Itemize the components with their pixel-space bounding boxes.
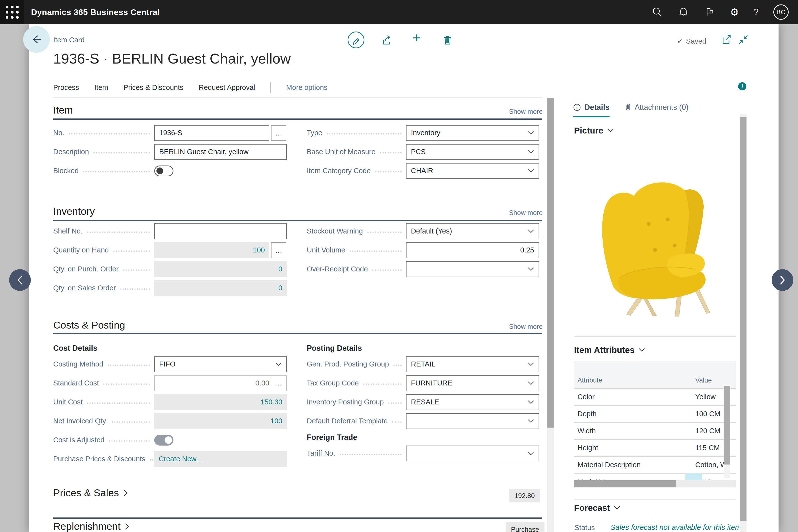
share-icon[interactable]	[381, 34, 392, 45]
action-menu: Process Item Prices & Discounts Request …	[53, 81, 327, 94]
show-more-costs[interactable]: Show more	[509, 323, 543, 330]
delete-trash-icon[interactable]	[442, 34, 453, 45]
new-plus-icon[interactable]: +	[413, 31, 421, 45]
field-row-base-uom: Base Unit of Measure PCS	[307, 142, 539, 161]
section-rule	[53, 333, 542, 334]
section-header-replenishment[interactable]: Replenishment	[53, 521, 129, 532]
on-hand-assist-edit-button[interactable]: …	[271, 242, 286, 258]
dotted-leader	[380, 152, 402, 153]
tab-attachments[interactable]: Attachments (0)	[624, 103, 689, 116]
volume-label: Unit Volume	[307, 246, 345, 254]
menu-item-process[interactable]: Process	[53, 83, 79, 92]
factbox-tabs: Details Attachments (0)	[573, 103, 688, 117]
main-scrollbar[interactable]	[547, 98, 554, 532]
chevron-left-icon	[16, 274, 24, 285]
unit-cost-drilldown[interactable]: 150.30	[154, 394, 287, 410]
info-icon[interactable]: i	[738, 82, 746, 90]
table-row[interactable]: Material DescriptionCotton, W	[574, 456, 736, 473]
no-input[interactable]: 1936-S	[154, 125, 269, 141]
description-input[interactable]: BERLIN Guest Chair, yellow	[154, 144, 287, 160]
collapse-page-icon[interactable]	[738, 34, 749, 45]
dotted-leader	[388, 402, 402, 404]
cost-adjusted-toggle[interactable]	[154, 435, 173, 445]
page-type-label: Item Card	[53, 36, 84, 44]
tax-group-dropdown[interactable]: FURNITURE	[406, 375, 539, 391]
feedback-flag-icon[interactable]	[704, 6, 715, 18]
base-uom-dropdown[interactable]: PCS	[406, 144, 539, 160]
app-launcher-icon[interactable]	[0, 0, 24, 24]
subheading-foreign-trade: Foreign Trade	[307, 433, 357, 442]
menu-item-request-approval[interactable]: Request Approval	[199, 83, 255, 92]
shelf-input[interactable]	[154, 223, 287, 239]
gen-prod-dropdown[interactable]: RETAIL	[406, 356, 539, 372]
deferral-dropdown[interactable]	[406, 413, 539, 429]
table-row-clipped[interactable]: Model Year1949	[574, 473, 736, 480]
type-label: Type	[307, 129, 322, 137]
field-row-no: No. 1936-S …	[53, 124, 287, 142]
blocked-toggle[interactable]	[154, 166, 173, 176]
attributes-vertical-scrollbar[interactable]	[724, 386, 730, 478]
show-more-inventory[interactable]: Show more	[509, 209, 543, 217]
settings-gear-icon[interactable]: ⚙	[730, 7, 739, 17]
chevron-down-icon	[528, 452, 534, 455]
section-title-inventory[interactable]: Inventory	[53, 206, 95, 217]
dotted-leader	[372, 269, 402, 271]
show-more-item[interactable]: Show more	[509, 108, 543, 115]
user-avatar[interactable]: BC	[773, 4, 788, 20]
menu-item-item[interactable]: Item	[94, 83, 108, 92]
shelf-label: Shelf No.	[53, 227, 82, 235]
search-icon[interactable]	[652, 6, 663, 18]
scrollbar-thumb[interactable]	[574, 480, 676, 488]
net-qty-drilldown[interactable]: 100	[154, 413, 287, 429]
section-title-costs[interactable]: Costs & Posting	[53, 320, 125, 331]
table-row[interactable]: Height115 CM	[574, 439, 736, 456]
edit-button[interactable]	[348, 32, 364, 48]
field-row-tariff: Tariff No.	[307, 444, 539, 463]
dotted-leader	[113, 250, 150, 252]
type-dropdown[interactable]: Inventory	[406, 125, 539, 141]
attributes-horizontal-scrollbar[interactable]	[574, 480, 736, 488]
previous-record-button[interactable]	[9, 269, 31, 291]
next-record-button[interactable]	[772, 269, 793, 291]
factbox-scrollbar[interactable]	[740, 114, 746, 532]
purch-order-drilldown[interactable]: 0	[154, 261, 287, 277]
factbox-scrollbar-thumb[interactable]	[740, 117, 746, 521]
ppd-create-new-link[interactable]: Create New...	[154, 451, 287, 467]
help-icon[interactable]: ?	[754, 8, 759, 17]
ellipsis-icon[interactable]: …	[275, 379, 282, 387]
chevron-down-icon	[528, 362, 534, 366]
tariff-dropdown[interactable]	[406, 445, 539, 461]
table-row[interactable]: ColorYellow	[574, 388, 736, 405]
section-header-prices-sales[interactable]: Prices & Sales	[53, 487, 128, 499]
back-button[interactable]	[23, 26, 50, 53]
unit-cost-label: Unit Cost	[53, 398, 82, 406]
open-in-new-window-icon[interactable]	[721, 34, 732, 45]
on-hand-drilldown[interactable]: 100	[154, 242, 269, 258]
over-receipt-dropdown[interactable]	[406, 261, 539, 277]
costing-method-dropdown[interactable]: FIFO	[154, 356, 287, 372]
picture-pane-header[interactable]: Picture	[574, 126, 614, 135]
tab-details[interactable]: Details	[573, 103, 609, 117]
standard-cost-label: Standard Cost	[53, 379, 99, 387]
no-assist-edit-button[interactable]: …	[271, 125, 286, 141]
inv-posting-dropdown[interactable]: RESALE	[406, 394, 539, 410]
stockout-dropdown[interactable]: Default (Yes)	[406, 223, 539, 239]
section-title-item[interactable]: Item	[53, 104, 73, 116]
main-scrollbar-thumb[interactable]	[547, 98, 554, 428]
blocked-label: Blocked	[53, 167, 79, 175]
table-row[interactable]: Width120 CM	[574, 422, 736, 439]
menu-more-options[interactable]: More options	[286, 83, 327, 92]
volume-input[interactable]: 0.25	[406, 242, 539, 258]
table-row[interactable]: Depth100 CM	[574, 405, 736, 422]
dotted-leader	[375, 171, 402, 172]
sales-order-drilldown[interactable]: 0	[154, 280, 287, 296]
dotted-leader	[103, 383, 150, 385]
item-attributes-pane-header[interactable]: Item Attributes	[574, 345, 645, 355]
category-dropdown[interactable]: CHAIR	[406, 163, 539, 179]
forecast-pane-header[interactable]: Forecast	[574, 503, 620, 513]
notifications-bell-icon[interactable]	[678, 6, 689, 18]
menu-item-prices-discounts[interactable]: Prices & Discounts	[124, 83, 183, 92]
scrollbar-thumb[interactable]	[724, 386, 730, 464]
pencil-icon	[350, 34, 362, 45]
standard-cost-input[interactable]: 0.00…	[154, 375, 287, 391]
